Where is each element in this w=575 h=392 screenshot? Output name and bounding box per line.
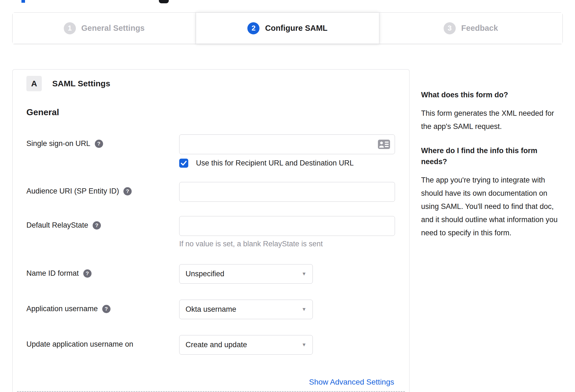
audience-uri-label: Audience URI (SP Entity ID) ? [26, 182, 179, 196]
help-icon[interactable]: ? [93, 221, 101, 230]
help-body: The app you're trying to integrate with … [421, 173, 560, 239]
single-sign-on-url-input-wrap [179, 134, 395, 154]
step-label: Configure SAML [265, 24, 327, 33]
relaystate-hint: If no value is set, a blank RelayState i… [179, 240, 323, 248]
application-username-row: Application username ? Okta username ▼ [13, 300, 409, 319]
step-number-badge: 3 [444, 22, 456, 34]
help-heading: What does this form do? [421, 89, 560, 101]
step-feedback[interactable]: 3 Feedback [379, 13, 562, 44]
default-relaystate-input[interactable] [179, 216, 395, 236]
single-sign-on-url-row: Single sign-on URL ? [13, 134, 409, 154]
section-title: SAML Settings [52, 79, 110, 88]
audience-uri-row: Audience URI (SP Entity ID) ? [13, 182, 409, 202]
cutoff-blue-artifact [21, 0, 25, 3]
application-username-select[interactable]: Okta username ▼ [179, 300, 313, 319]
help-heading: Where do I find the info this form needs… [421, 145, 560, 167]
step-label: Feedback [461, 24, 498, 33]
help-icon[interactable]: ? [83, 269, 92, 278]
cutoff-dark-artifact [159, 0, 169, 3]
show-advanced-settings-link[interactable]: Show Advanced Settings [309, 378, 394, 386]
update-application-username-label: Update application username on [26, 335, 179, 349]
single-sign-on-url-label: Single sign-on URL ? [26, 134, 179, 148]
relaystate-hint-row: If no value is set, a blank RelayState i… [13, 240, 409, 248]
application-username-value: Okta username [186, 305, 236, 314]
contact-card-icon[interactable] [378, 140, 390, 149]
help-body: This form generates the XML needed for t… [421, 107, 560, 133]
name-id-format-row: Name ID format ? Unspecified ▼ [13, 264, 409, 284]
default-relaystate-row: Default RelayState ? [13, 216, 409, 236]
caret-down-icon: ▼ [302, 307, 306, 312]
update-application-username-value: Create and update [186, 341, 247, 349]
step-number-badge: 1 [64, 22, 76, 34]
name-id-format-label: Name ID format ? [26, 264, 179, 278]
application-username-label: Application username ? [26, 300, 179, 314]
help-icon[interactable]: ? [102, 305, 110, 313]
check-icon [181, 161, 187, 165]
caret-down-icon: ▼ [302, 271, 306, 277]
step-configure-saml[interactable]: 2 Configure SAML [196, 13, 379, 44]
default-relaystate-label: Default RelayState ? [26, 216, 179, 230]
section-a-badge: A [26, 76, 42, 91]
name-id-format-value: Unspecified [186, 270, 224, 278]
section-header: A SAML Settings [26, 76, 409, 91]
help-section-what: What does this form do? This form genera… [421, 89, 560, 133]
caret-down-icon: ▼ [302, 342, 306, 348]
update-application-username-row: Update application username on Create an… [13, 335, 409, 355]
help-section-where: Where do I find the info this form needs… [421, 145, 560, 239]
wizard-stepper: 1 General Settings 2 Configure SAML 3 Fe… [12, 12, 563, 44]
step-general-settings[interactable]: 1 General Settings [13, 13, 196, 44]
single-sign-on-url-input[interactable] [179, 134, 395, 154]
recipient-url-checkbox[interactable] [179, 159, 188, 168]
help-icon[interactable]: ? [123, 187, 132, 195]
advanced-settings-row: Show Advanced Settings [13, 378, 409, 387]
recipient-url-checkbox-label: Use this for Recipient URL and Destinati… [196, 159, 354, 167]
step-number-badge: 2 [247, 22, 259, 34]
general-group-title: General [26, 107, 409, 117]
name-id-format-select[interactable]: Unspecified ▼ [179, 264, 313, 284]
help-icon[interactable]: ? [95, 140, 103, 148]
saml-settings-panel: A SAML Settings General Single sign-on U… [12, 69, 410, 392]
recipient-url-checkbox-row: Use this for Recipient URL and Destinati… [13, 159, 409, 168]
help-sidebar: What does this form do? This form genera… [421, 89, 560, 239]
update-application-username-select[interactable]: Create and update ▼ [179, 335, 313, 355]
step-label: General Settings [81, 24, 145, 33]
audience-uri-input[interactable] [179, 182, 395, 202]
